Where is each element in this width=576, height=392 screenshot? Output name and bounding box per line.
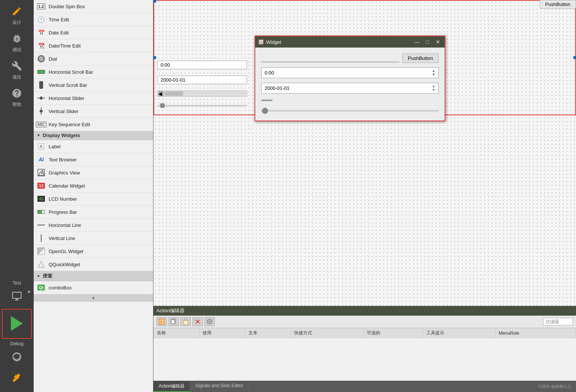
ww-text-input[interactable] bbox=[261, 55, 399, 62]
widget-item-label-datetime-edit: Date/Time Edit bbox=[49, 43, 81, 49]
widget-item-horizontal-slider[interactable]: Horizontal Slider bbox=[34, 92, 153, 105]
widget-item-combobox[interactable]: Qt comboBox bbox=[34, 281, 153, 294]
col-tooltip: 工具提示 bbox=[423, 328, 496, 338]
canvas-pushbutton[interactable]: PushButton bbox=[540, 0, 576, 9]
double-spin-box-icon: 1.2 bbox=[37, 2, 46, 11]
tab-action-editor[interactable]: Action编辑器 bbox=[153, 381, 190, 392]
horizontal-slider-icon bbox=[37, 94, 46, 103]
sidebar-item-monitor[interactable]: ▶ bbox=[2, 286, 32, 307]
minimize-button[interactable]: — bbox=[413, 38, 421, 46]
convenience-section-label: 便签 bbox=[43, 273, 52, 279]
svg-marker-5 bbox=[39, 172, 44, 175]
action-editor-toolbar: + bbox=[153, 316, 576, 328]
col-text: 文本 bbox=[245, 328, 291, 338]
sidebar-item-help[interactable]: 帮助 bbox=[2, 83, 32, 111]
sidebar-item-label-design: 设计 bbox=[12, 19, 21, 26]
sidebar-item-label-help: 帮助 bbox=[12, 101, 21, 108]
svg-rect-3 bbox=[40, 110, 43, 112]
widget-item-label-graphics-view: Graphics View bbox=[49, 170, 80, 176]
ww-time-down-arrow[interactable]: ▼ bbox=[432, 73, 435, 76]
handle-ml[interactable] bbox=[153, 56, 156, 59]
sidebar-item-design[interactable]: 设计 bbox=[2, 1, 32, 29]
widget-item-calendar-widget[interactable]: 12 Calendar Widget bbox=[34, 179, 153, 192]
label-icon: A bbox=[37, 142, 46, 151]
action-delete-button[interactable] bbox=[192, 317, 203, 326]
ww-time-up-arrow[interactable]: ▲ bbox=[432, 69, 435, 73]
sidebar-item-project[interactable]: 项目 bbox=[2, 56, 32, 83]
widget-item-text-browser[interactable]: AI Text Browser bbox=[34, 153, 153, 166]
widget-item-horizontal-line[interactable]: Horizontal Line bbox=[34, 219, 153, 232]
widget-item-time-edit[interactable]: 🕐 Time Edit bbox=[34, 13, 153, 26]
widget-item-key-sequence-edit[interactable]: ABC Key Sequence Edit bbox=[34, 118, 153, 131]
tab-signals-slots[interactable]: Signals and Slots Editor bbox=[190, 381, 249, 392]
action-copy-button[interactable] bbox=[168, 317, 179, 326]
ww-date-spin[interactable]: 2000-01-01 ▲ ▼ bbox=[261, 83, 439, 94]
widget-item-date-edit[interactable]: 📅 Date Edit bbox=[34, 26, 153, 39]
design-area: PushButton 0:00 2000-01-01 ◀ bbox=[153, 0, 576, 392]
widget-item-opengl-widget[interactable]: OpenGL Widget bbox=[34, 245, 153, 258]
ww-time-spin[interactable]: 0:00 ▲ ▼ bbox=[261, 67, 439, 78]
widget-item-label[interactable]: A Label bbox=[34, 140, 153, 153]
widget-item-progress-bar[interactable]: Progress Bar bbox=[34, 206, 153, 219]
datetime-edit-icon: 📆 bbox=[37, 41, 46, 50]
sidebar-item-label-debug: 调试 bbox=[12, 47, 21, 53]
widget-item-dial[interactable]: 🔘 Dial bbox=[34, 52, 153, 66]
panel-scroll-down[interactable]: ▼ bbox=[34, 294, 153, 302]
calendar-widget-icon: 12 bbox=[37, 181, 46, 190]
col-shortcut: 快捷方式 bbox=[291, 328, 364, 338]
widget-window-icon: 🪟 bbox=[258, 39, 264, 45]
vertical-line-icon bbox=[37, 234, 46, 243]
widget-item-horizontal-scroll-bar[interactable]: Horizontal Scroll Bar bbox=[34, 66, 153, 79]
canvas-area[interactable]: PushButton 0:00 2000-01-01 ◀ bbox=[153, 0, 576, 306]
ww-time-value: 0:00 bbox=[265, 70, 432, 76]
widget-item-label-double-spin-box: Double Spin Box bbox=[49, 4, 85, 9]
widget-item-label-horizontal-line: Horizontal Line bbox=[49, 222, 81, 228]
time-edit-icon: 🕐 bbox=[37, 15, 46, 24]
widget-item-label-text-browser: Text Browser bbox=[49, 157, 77, 162]
canvas-date-input[interactable]: 2000-01-01 bbox=[157, 76, 247, 84]
widget-item-label-vertical-slider: Vertical Slider bbox=[49, 109, 78, 114]
canvas-time-input[interactable]: 0:00 bbox=[157, 61, 247, 69]
widget-item-label-key-sequence-edit: Key Sequence Edit bbox=[49, 122, 90, 127]
canvas-hslider[interactable] bbox=[157, 102, 247, 109]
ww-row-slider[interactable] bbox=[261, 107, 439, 115]
handle-mr[interactable] bbox=[573, 56, 576, 59]
widget-item-vertical-scroll-bar[interactable]: Vertical Scroll Bar bbox=[34, 79, 153, 92]
sidebar-item-build[interactable] bbox=[2, 368, 32, 389]
widget-item-vertical-slider[interactable]: Vertical Slider bbox=[34, 105, 153, 118]
convenience-section-header[interactable]: ▼ 便签 bbox=[34, 271, 153, 281]
widget-item-lcd-number[interactable]: 42 LCD Number bbox=[34, 192, 153, 206]
ww-date-up-arrow[interactable]: ▲ bbox=[432, 85, 435, 88]
canvas-scrollbar[interactable]: ◀ bbox=[157, 91, 247, 97]
widget-item-datetime-edit[interactable]: 📆 Date/Time Edit bbox=[34, 39, 153, 52]
monitor-icon bbox=[10, 289, 24, 303]
action-settings-button[interactable] bbox=[204, 317, 215, 326]
action-paste-button[interactable] bbox=[180, 317, 191, 326]
widget-item-qquick-widget[interactable]: QQuickWidget bbox=[34, 258, 153, 271]
ww-date-down-arrow[interactable]: ▼ bbox=[432, 88, 435, 92]
action-filter-input[interactable] bbox=[543, 318, 573, 325]
bug-icon bbox=[10, 32, 24, 45]
display-widgets-header[interactable]: ▼ Display Widgets bbox=[34, 131, 153, 140]
svg-rect-11 bbox=[171, 320, 175, 324]
main-area: 1.2 Double Spin Box 🕐 Time Edit 📅 Date E… bbox=[34, 0, 576, 392]
dial-icon: 🔘 bbox=[37, 54, 46, 63]
widget-item-graphics-view[interactable]: Graphics View bbox=[34, 166, 153, 179]
run-button[interactable] bbox=[2, 309, 32, 339]
col-name: 名称 bbox=[154, 328, 199, 338]
col-use: 使用 bbox=[199, 328, 245, 338]
ww-slider-thumb[interactable] bbox=[262, 108, 268, 114]
maximize-button[interactable]: □ bbox=[424, 38, 431, 46]
widget-item-label-dial: Dial bbox=[49, 56, 57, 62]
widget-item-double-spin-box[interactable]: 1.2 Double Spin Box bbox=[34, 0, 153, 13]
sidebar-item-debug2[interactable] bbox=[2, 347, 32, 368]
handle-tl[interactable] bbox=[153, 0, 156, 3]
canvas-scrollbar-track bbox=[164, 91, 246, 96]
widget-item-label-progress-bar: Progress Bar bbox=[49, 209, 77, 215]
widget-item-vertical-line[interactable]: Vertical Line bbox=[34, 232, 153, 245]
action-table-header-row: 名称 使用 文本 快捷方式 可选的 工具提示 MenuRole bbox=[154, 328, 576, 338]
ww-pushbutton[interactable]: PushButton bbox=[402, 54, 439, 63]
close-button[interactable]: ✕ bbox=[434, 38, 442, 46]
action-new-button[interactable]: + bbox=[156, 317, 167, 326]
sidebar-item-debug[interactable]: 调试 bbox=[2, 29, 32, 56]
